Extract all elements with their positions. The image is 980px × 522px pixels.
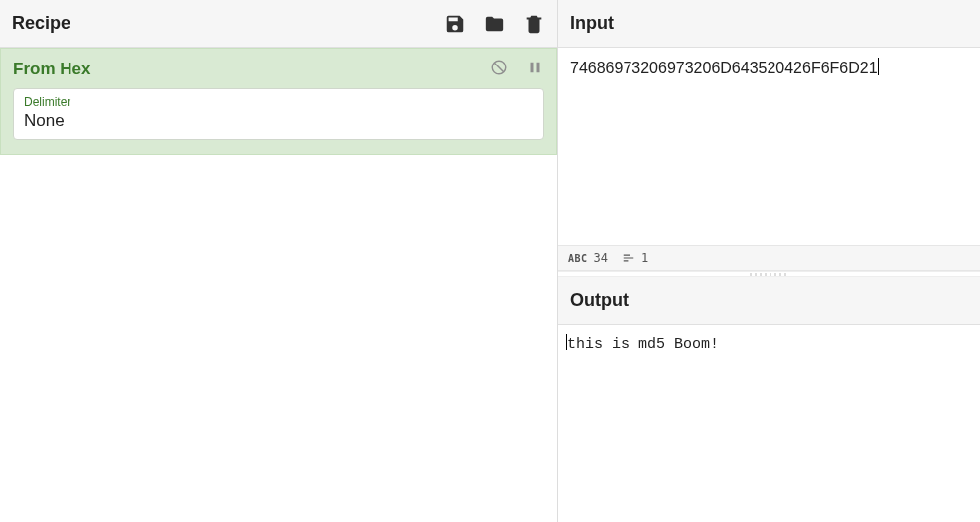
open-button[interactable] xyxy=(484,13,505,35)
input-statusbar: ABC 34 1 xyxy=(558,245,980,271)
disable-button[interactable] xyxy=(490,59,508,80)
output-text: this is md5 Boom! xyxy=(567,336,719,353)
operation-card[interactable]: From Hex Delimiter None xyxy=(0,48,557,155)
pause-button[interactable] xyxy=(526,59,544,80)
clear-button[interactable] xyxy=(523,13,545,35)
save-icon xyxy=(444,13,466,35)
input-header: Input xyxy=(558,0,980,48)
input-text: 74686973206973206D643520426F6F6D21 xyxy=(570,60,878,76)
input-title: Input xyxy=(570,13,614,34)
chars-icon: ABC xyxy=(568,253,588,264)
recipe-title: Recipe xyxy=(12,13,70,34)
text-cursor xyxy=(878,58,879,75)
line-count: 1 xyxy=(622,251,648,265)
char-count: ABC 34 xyxy=(568,251,608,265)
output-title: Output xyxy=(570,290,629,311)
lines-icon xyxy=(622,251,635,265)
pause-icon xyxy=(526,59,544,76)
operation-controls xyxy=(490,59,544,80)
operation-title: From Hex xyxy=(13,60,90,79)
recipe-panel: Recipe From Hex xyxy=(0,0,558,522)
output-textarea[interactable]: this is md5 Boom! xyxy=(558,325,980,522)
trash-icon xyxy=(523,13,545,35)
app-root: Recipe From Hex xyxy=(0,0,980,522)
io-panel: Input 74686973206973206D643520426F6F6D21… xyxy=(558,0,980,522)
folder-icon xyxy=(484,13,505,35)
input-textarea[interactable]: 74686973206973206D643520426F6F6D21 xyxy=(558,48,980,245)
delimiter-label: Delimiter xyxy=(24,95,533,109)
delimiter-field[interactable]: Delimiter None xyxy=(13,88,544,140)
recipe-toolbar xyxy=(444,13,545,35)
line-count-value: 1 xyxy=(641,251,648,265)
delimiter-value: None xyxy=(24,111,533,131)
operation-header: From Hex xyxy=(13,49,544,88)
char-count-value: 34 xyxy=(594,251,608,265)
disable-icon xyxy=(490,59,508,76)
save-button[interactable] xyxy=(444,13,466,35)
output-header: Output xyxy=(558,277,980,325)
recipe-header: Recipe xyxy=(0,0,557,48)
